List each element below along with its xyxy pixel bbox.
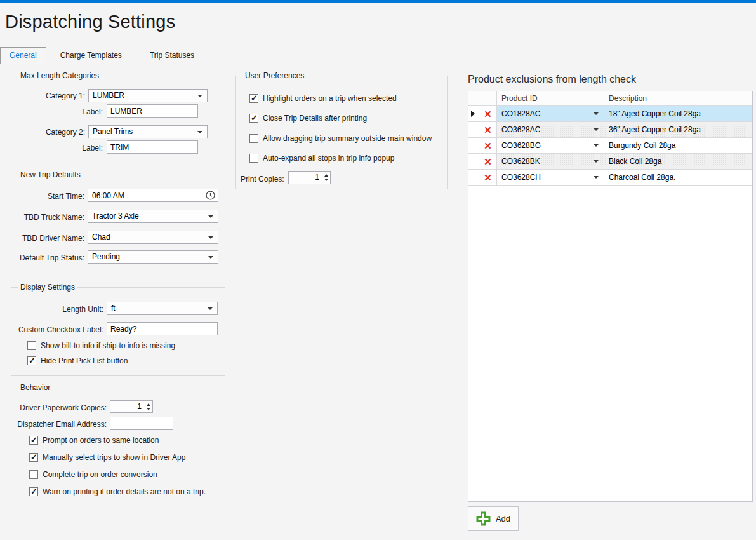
checkbox-label: Close Trip Details after printing [263, 114, 367, 123]
header-product-id[interactable]: Product ID [497, 91, 604, 105]
delete-x-icon[interactable]: ✕ [484, 109, 492, 119]
category2-label: Category 2: [11, 126, 85, 138]
checkbox-icon[interactable] [29, 436, 38, 445]
length-unit-value: ft [111, 304, 116, 313]
row-indicator-cell [468, 122, 479, 137]
stepper-value: 1 [289, 172, 322, 184]
product-exclusions-grid: Product ID Description ✕ CO1828AC 18" Ag… [468, 91, 753, 502]
delete-row-button[interactable]: ✕ [479, 170, 497, 185]
checkbox-hide-print-pick-list[interactable]: Hide Print Pick List button [27, 356, 128, 365]
chevron-down-icon[interactable] [594, 144, 599, 147]
delete-row-button[interactable]: ✕ [479, 122, 497, 137]
tbd-driver-dropdown[interactable]: Chad [88, 231, 218, 244]
chevron-down-icon [208, 307, 213, 310]
checkbox-close-trip-details[interactable]: Close Trip Details after printing [249, 114, 367, 123]
checkbox-prompt-same-location[interactable]: Prompt on orders to same location [29, 436, 159, 445]
chevron-down-icon [208, 215, 213, 218]
group-max-length-categories: Max Length Categories Category 1: LUMBER… [11, 76, 225, 163]
clock-icon[interactable] [206, 191, 215, 202]
checkbox-auto-expand-stops[interactable]: Auto-expand all stops in trip info popup [249, 154, 394, 163]
description-cell[interactable]: 18" Aged Copper Coil 28ga [604, 106, 752, 121]
delete-row-button[interactable]: ✕ [479, 154, 497, 169]
chevron-down-icon [197, 95, 202, 97]
chevron-down-icon[interactable] [594, 112, 599, 115]
header-description[interactable]: Description [604, 91, 752, 105]
delete-x-icon[interactable]: ✕ [484, 173, 492, 182]
checkbox-show-billto[interactable]: Show bill-to info if ship-to info is mis… [27, 341, 175, 350]
description-cell[interactable]: Burgundy Coil 28ga [604, 138, 752, 153]
checkbox-icon[interactable] [249, 134, 258, 143]
tbd-truck-label: TBD Truck Name: [11, 211, 84, 224]
chevron-down-icon[interactable] [594, 176, 599, 179]
category1-dropdown[interactable]: LUMBER [88, 89, 208, 102]
label1-input[interactable] [107, 104, 198, 118]
start-time-value[interactable] [88, 189, 218, 202]
spinner-up-icon[interactable] [324, 174, 328, 177]
checkbox-icon[interactable] [29, 487, 38, 496]
delete-x-icon[interactable]: ✕ [484, 125, 492, 135]
product-id-cell[interactable]: CO3628CH [497, 170, 604, 185]
checkbox-icon[interactable] [249, 94, 258, 103]
chevron-down-icon[interactable] [594, 160, 599, 163]
tab-trip-statuses[interactable]: Trip Statuses [136, 48, 208, 64]
spinner-down-icon[interactable] [147, 408, 150, 410]
print-copies-stepper[interactable]: 1 [288, 171, 331, 184]
checkbox-icon[interactable] [249, 114, 258, 123]
start-time-input[interactable] [88, 189, 218, 202]
checkbox-warn-on-printing[interactable]: Warn on printing if order details are no… [29, 487, 206, 496]
description-cell[interactable]: 36" Aged Copper Coil 28ga [604, 122, 752, 137]
table-row[interactable]: ✕ CO1828AC 18" Aged Copper Coil 28ga [468, 106, 752, 122]
category2-dropdown[interactable]: Panel Trims [88, 125, 208, 138]
checkbox-icon[interactable] [27, 341, 36, 350]
checkbox-icon[interactable] [29, 453, 38, 462]
checkbox-icon[interactable] [29, 470, 38, 479]
chevron-down-icon [197, 131, 202, 133]
stepper-buttons[interactable] [322, 172, 330, 184]
length-unit-dropdown[interactable]: ft [107, 302, 218, 315]
table-row[interactable]: ✕ CO3628BG Burgundy Coil 28ga [468, 138, 752, 154]
grid-header-row: Product ID Description [468, 91, 752, 106]
checkbox-icon[interactable] [249, 154, 258, 163]
description-cell[interactable]: Black Coil 28ga [604, 154, 752, 169]
stepper-buttons[interactable] [144, 401, 152, 412]
product-id-cell[interactable]: CO3628AC [497, 122, 604, 137]
group-display-settings: Display Settings Length Unit: ft Custom … [11, 287, 225, 376]
category1-value: LUMBER [93, 91, 124, 100]
print-copies-label: Print Copies: [241, 173, 285, 186]
delete-row-button[interactable]: ✕ [479, 138, 497, 153]
tbd-truck-dropdown[interactable]: Tractor 3 Axle [88, 210, 218, 223]
delete-x-icon[interactable]: ✕ [484, 141, 492, 151]
default-trip-status-label: Default Trip Status: [11, 252, 84, 264]
description-cell[interactable]: Charcoal Coil 28ga. [604, 170, 752, 185]
spinner-up-icon[interactable] [147, 403, 150, 406]
chevron-down-icon[interactable] [594, 128, 599, 131]
group-title: New Trip Defaults [18, 170, 83, 179]
tab-charge-templates[interactable]: Charge Templates [46, 48, 136, 64]
checkbox-icon[interactable] [27, 356, 36, 365]
product-id-value: CO3628BK [501, 157, 540, 166]
driver-paperwork-copies-stepper[interactable]: 1 [110, 400, 153, 413]
delete-row-button[interactable]: ✕ [479, 106, 497, 121]
table-row[interactable]: ✕ CO3628AC 36" Aged Copper Coil 28ga [468, 122, 752, 138]
product-id-cell[interactable]: CO3628BG [497, 138, 604, 153]
checkbox-complete-trip-on-conversion[interactable]: Complete trip on order conversion [29, 470, 157, 479]
tbd-driver-label: TBD Driver Name: [11, 232, 84, 245]
checkbox-highlight-orders[interactable]: Highlight orders on a trip when selected [249, 94, 397, 103]
product-id-cell[interactable]: CO3628BK [497, 154, 604, 169]
stepper-value: 1 [110, 401, 144, 412]
default-trip-status-dropdown[interactable]: Pending [88, 250, 218, 264]
dispatcher-email-input[interactable] [110, 417, 173, 430]
table-row[interactable]: ✕ CO3628BK Black Coil 28ga [468, 154, 752, 170]
custom-checkbox-label-input[interactable] [107, 322, 218, 335]
label2-input[interactable] [107, 140, 198, 154]
tab-general[interactable]: General [0, 47, 46, 64]
product-id-cell[interactable]: CO1828AC [497, 106, 604, 121]
spinner-down-icon[interactable] [324, 179, 328, 181]
delete-x-icon[interactable]: ✕ [484, 157, 492, 166]
group-user-preferences: User Preferences Highlight orders on a t… [235, 76, 448, 189]
table-row[interactable]: ✕ CO3628CH Charcoal Coil 28ga. [468, 170, 752, 186]
add-button[interactable]: Add [468, 506, 519, 531]
checkbox-manually-select-trips[interactable]: Manually select trips to show in Driver … [29, 453, 185, 462]
tab-strip: General Charge Templates Trip Statuses [0, 48, 756, 64]
checkbox-allow-dragging-summary[interactable]: Allow dragging trip summary outside main… [249, 134, 432, 143]
